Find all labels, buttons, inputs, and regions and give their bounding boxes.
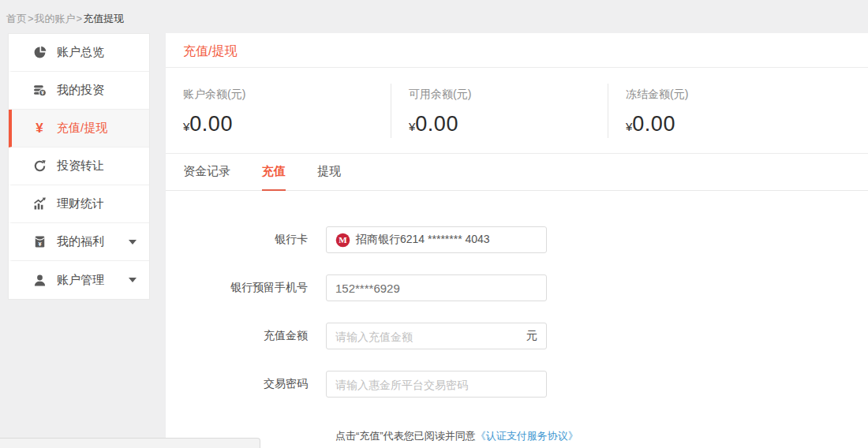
sidebar-item-account-management[interactable]: 账户管理: [9, 261, 149, 299]
tab-bar: 资金记录 充值 提现: [166, 154, 868, 191]
svg-text:¥: ¥: [41, 90, 44, 95]
sidebar-item-investment-transfer[interactable]: 投资转让: [9, 147, 149, 185]
account-balance-value: ¥0.00: [183, 112, 391, 136]
bank-card-label: 银行卡: [166, 233, 308, 247]
breadcrumb-separator: >: [28, 13, 34, 24]
breadcrumb-home[interactable]: 首页: [6, 13, 27, 24]
password-row: 交易密码: [166, 371, 868, 398]
yuan-icon: ¥: [32, 121, 47, 136]
svg-text:M: M: [339, 235, 347, 245]
refresh-icon: [32, 159, 47, 174]
sidebar-item-account-overview[interactable]: 账户总览: [9, 34, 149, 72]
cmb-bank-icon: M: [335, 233, 350, 248]
bottom-cutoff-panel: [0, 438, 260, 448]
phone-input[interactable]: [335, 275, 537, 301]
sidebar-item-label: 我的投资: [57, 83, 104, 98]
bank-card-select[interactable]: M 招商银行6214 ******** 4043: [326, 226, 547, 253]
sidebar-item-label: 账户总览: [57, 45, 104, 60]
breadcrumb: 首页>我的账户>充值提现: [6, 12, 124, 26]
available-balance-block: 可用余额(元) ¥0.00: [391, 84, 608, 138]
amount-row: 充值金额 元: [166, 323, 868, 349]
breadcrumb-my-account[interactable]: 我的账户: [35, 13, 76, 24]
account-balance-label: 账户余额(元): [183, 88, 391, 102]
tab-recharge[interactable]: 充值: [262, 154, 286, 191]
breadcrumb-current: 充值提现: [83, 13, 124, 24]
pie-chart-icon: [32, 46, 47, 60]
recharge-form: 银行卡 M 招商银行6214 ******** 4043 银行预留手机号 充值金…: [166, 226, 868, 443]
amount-input[interactable]: [335, 323, 520, 349]
frozen-amount-label: 冻结金额(元): [626, 88, 868, 102]
breadcrumb-separator: >: [77, 13, 83, 24]
sidebar-item-label: 充值/提现: [57, 121, 107, 136]
password-input[interactable]: [335, 371, 537, 397]
amount-label: 充值金额: [166, 329, 308, 343]
coins-icon: ¥: [32, 84, 47, 98]
sidebar-item-my-investments[interactable]: ¥ 我的投资: [9, 72, 149, 110]
chevron-down-icon: [129, 240, 137, 245]
sidebar-item-label: 理财统计: [57, 196, 104, 211]
agreement-note: 点击“充值”代表您已阅读并同意《认证支付服务协议》: [335, 429, 868, 443]
sidebar-item-label: 我的福利: [57, 234, 104, 249]
page-title: 充值/提现: [166, 33, 868, 68]
main-panel: 充值/提现 账户余额(元) ¥0.00 可用余额(元) ¥0.00 冻结金额(元…: [166, 33, 868, 448]
phone-label: 银行预留手机号: [166, 281, 308, 295]
frozen-amount-block: 冻结金额(元) ¥0.00: [608, 84, 868, 138]
sidebar-item-finance-statistics[interactable]: 理财统计: [9, 185, 149, 223]
bank-card-value: 招商银行6214 ******** 4043: [356, 233, 490, 247]
available-balance-label: 可用余额(元): [409, 88, 608, 102]
user-icon: [32, 273, 47, 287]
bank-card-row: 银行卡 M 招商银行6214 ******** 4043: [166, 226, 868, 253]
sidebar-item-recharge-withdraw[interactable]: ¥ 充值/提现: [9, 110, 149, 147]
password-field-box: [326, 371, 547, 398]
password-label: 交易密码: [166, 377, 308, 391]
agreement-text: 点击“充值”代表您已阅读并同意: [335, 430, 476, 442]
tab-withdraw[interactable]: 提现: [317, 154, 341, 191]
available-balance-value: ¥0.00: [409, 112, 608, 136]
sidebar-item-my-benefits[interactable]: ¥ 我的福利: [9, 223, 149, 261]
phone-field-box: [326, 274, 547, 301]
account-balance-block: 账户余额(元) ¥0.00: [166, 68, 391, 153]
phone-row: 银行预留手机号: [166, 274, 868, 301]
trend-chart-icon: [32, 197, 47, 211]
payment-agreement-link[interactable]: 《认证支付服务协议》: [476, 430, 578, 442]
sidebar: 账户总览 ¥ 我的投资 ¥ 充值/提现 投资转让: [8, 33, 150, 300]
amount-unit: 元: [520, 329, 537, 343]
red-envelope-icon: ¥: [32, 235, 47, 249]
amount-field-box: 元: [326, 323, 547, 349]
sidebar-item-label: 账户管理: [57, 273, 104, 288]
tab-fund-records[interactable]: 资金记录: [183, 154, 230, 191]
balance-summary: 账户余额(元) ¥0.00 可用余额(元) ¥0.00 冻结金额(元) ¥0.0…: [166, 68, 868, 154]
chevron-down-icon: [129, 278, 137, 282]
sidebar-item-label: 投资转让: [57, 159, 104, 174]
frozen-amount-value: ¥0.00: [626, 112, 868, 136]
